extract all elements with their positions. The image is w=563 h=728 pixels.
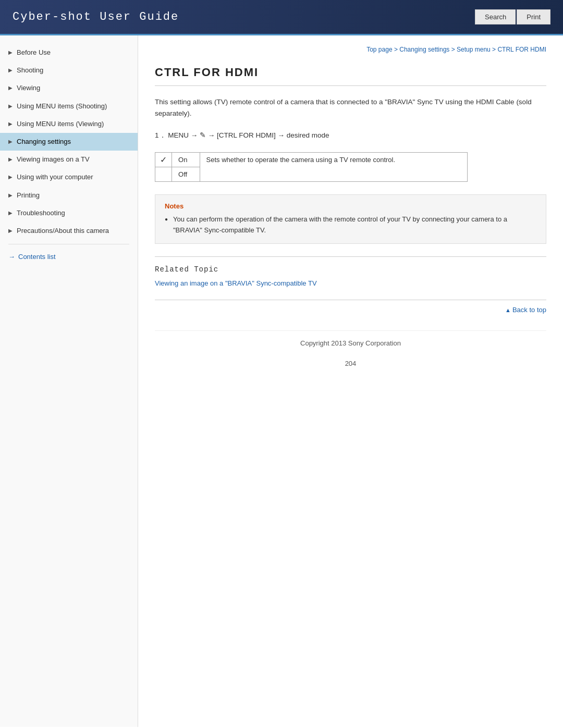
chevron-right-icon: ▶ [8,138,13,145]
sidebar-item-changing-settings[interactable]: ▶ Changing settings [0,133,138,151]
option-off-cell: Off [172,167,200,182]
breadcrumb-separator: > [451,46,457,53]
sidebar-item-before-use[interactable]: ▶ Before Use [0,44,138,61]
sidebar-item-viewing-tv[interactable]: ▶ Viewing images on a TV [0,151,138,168]
breadcrumb-item[interactable]: Changing settings [399,46,449,53]
print-button[interactable]: Print [517,9,550,24]
back-to-top-container: Back to top [155,300,546,314]
sidebar: ▶ Before Use ▶ Shooting ▶ Viewing ▶ Usin… [0,35,138,727]
copyright-text: Copyright 2013 Sony Corporation [300,339,401,347]
option-description-cell: Sets whether to operate the camera using… [200,153,467,182]
chevron-right-icon: ▶ [8,103,13,110]
back-to-top-link[interactable]: Back to top [505,306,546,314]
chevron-right-icon: ▶ [8,156,13,163]
sidebar-item-menu-viewing[interactable]: ▶ Using MENU items (Viewing) [0,115,138,133]
option-on-cell: On [172,153,200,167]
notes-title: Notes [165,202,536,210]
sidebar-item-computer[interactable]: ▶ Using with your computer [0,168,138,186]
step-instruction: 1． MENU → ✎ → [CTRL FOR HDMI] → desired … [155,129,546,142]
chevron-right-icon: ▶ [8,67,13,74]
sidebar-item-troubleshooting[interactable]: ▶ Troubleshooting [0,204,138,222]
footer: Copyright 2013 Sony Corporation [155,330,546,355]
wrench-icon: ✎ [200,131,206,139]
check-icon-cell: ✓ [155,153,172,167]
app-title: Cyber-shot User Guide [13,10,179,23]
chevron-right-icon: ▶ [8,174,13,181]
sidebar-item-precautions[interactable]: ▶ Precautions/About this camera [0,222,138,240]
checkmark-icon: ✓ [160,155,167,164]
breadcrumb-item[interactable]: CTRL FOR HDMI [497,46,546,53]
breadcrumb-separator: > [394,46,399,53]
header: Cyber-shot User Guide Search Print [0,0,563,35]
contents-list-link[interactable]: → Contents list [0,249,138,265]
chevron-right-icon: ▶ [8,49,13,56]
main-content: Top page > Changing settings > Setup men… [138,35,563,727]
related-topic-link[interactable]: Viewing an image on a "BRAVIA" Sync-comp… [155,279,317,287]
sidebar-item-menu-shooting[interactable]: ▶ Using MENU items (Shooting) [0,97,138,115]
breadcrumb: Top page > Changing settings > Setup men… [155,44,546,53]
arrow-right-icon: → [8,253,15,261]
header-buttons: Search Print [475,9,550,24]
sidebar-divider [8,244,129,244]
sidebar-item-printing[interactable]: ▶ Printing [0,187,138,204]
breadcrumb-item[interactable]: Setup menu [457,46,491,53]
chevron-right-icon: ▶ [8,192,13,199]
related-topic-title: Related Topic [155,265,546,274]
search-button[interactable]: Search [475,9,516,24]
notes-box: Notes You can perform the operation of t… [155,194,546,244]
table-row: ✓ On Sets whether to operate the camera … [155,153,468,167]
sidebar-item-shooting[interactable]: ▶ Shooting [0,61,138,79]
sidebar-item-viewing[interactable]: ▶ Viewing [0,79,138,97]
chevron-right-icon: ▶ [8,227,13,235]
step-text-after: → [CTRL FOR HDMI] → desired mode [208,131,329,139]
page-description: This setting allows (TV) remote control … [155,96,546,119]
step-number: 1． [155,131,166,139]
empty-icon-cell [155,167,172,182]
chevron-right-icon: ▶ [8,120,13,128]
page-title: CTRL FOR HDMI [155,66,546,86]
page-number: 204 [155,355,546,372]
chevron-right-icon: ▶ [8,209,13,217]
step-text-before: MENU → [168,131,200,139]
notes-item: You can perform the operation of the cam… [165,214,536,236]
chevron-right-icon: ▶ [8,84,13,92]
breadcrumb-item[interactable]: Top page [366,46,392,53]
breadcrumb-separator: > [492,46,497,53]
related-topic-section: Related Topic Viewing an image on a "BRA… [155,256,546,287]
layout: ▶ Before Use ▶ Shooting ▶ Viewing ▶ Usin… [0,35,563,727]
settings-table: ✓ On Sets whether to operate the camera … [155,152,468,182]
